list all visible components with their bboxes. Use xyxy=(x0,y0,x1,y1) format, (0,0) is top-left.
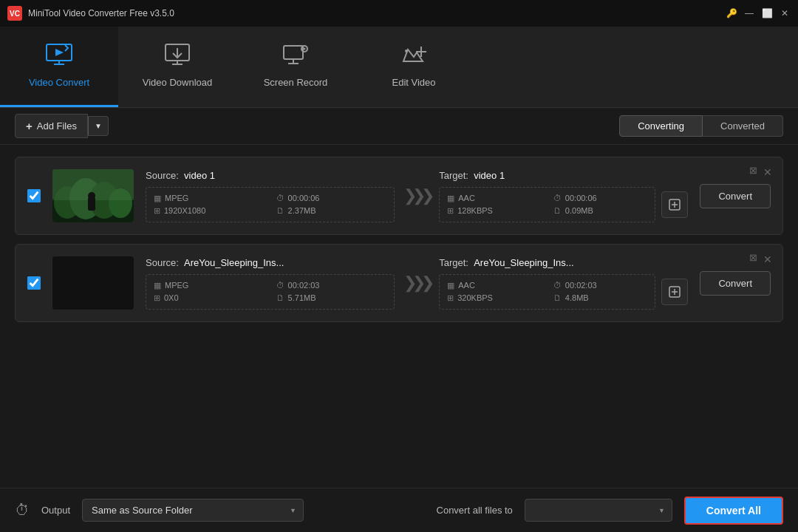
video-convert-icon xyxy=(46,44,72,71)
card-close-btn-2[interactable]: ✕ xyxy=(760,252,775,267)
app-logo: VC xyxy=(7,6,22,21)
convert-all-format-select[interactable] xyxy=(525,499,672,522)
res-icon-1: ⊞ xyxy=(154,206,160,216)
source-duration-2: ⏱ 00:02:03 xyxy=(276,281,387,290)
clock-icon-2: ⏱ xyxy=(276,281,284,290)
edit-video-icon xyxy=(400,44,427,71)
source-format-2: ▦ MPEG xyxy=(154,281,265,290)
t-clock-icon-2: ⏱ xyxy=(553,281,562,290)
file-card-2: ⊠ ✕ Source: AreYou_Sleeping_Ins... ▦ MPE… xyxy=(15,244,783,322)
source-size-1: 🗋 2.37MB xyxy=(276,206,387,216)
target-size-1: 🗋 0.09MB xyxy=(553,206,648,216)
source-meta-2: ▦ MPEG ⏱ 00:02:03 ⊞ 0X0 🗋 5.71MB xyxy=(146,274,395,310)
svg-point-13 xyxy=(405,50,408,52)
tab-edit-video-label: Edit Video xyxy=(392,77,435,88)
screen-record-icon xyxy=(282,44,309,71)
video-download-icon xyxy=(164,44,191,71)
output-folder-select[interactable]: Same as Source Folder xyxy=(82,499,304,522)
source-format-1: ▦ MPEG xyxy=(154,194,265,203)
target-duration-2: ⏱ 00:02:03 xyxy=(553,281,648,290)
tab-screen-record-label: Screen Record xyxy=(264,77,328,88)
nav-tabs: Video Convert Video Download Screen Reco… xyxy=(0,27,798,108)
target-size-2: 🗋 4.8MB xyxy=(553,293,648,303)
format-icon-1: ▦ xyxy=(154,194,161,203)
format-icon-2: ▦ xyxy=(154,281,161,290)
restore-btn[interactable]: ⬜ xyxy=(761,7,773,19)
t-format-icon-1: ▦ xyxy=(447,194,454,203)
target-block-2: Target: AreYou_Sleeping_Ins... ▦ AAC ⏱ 0… xyxy=(439,257,688,310)
target-meta-2: ▦ AAC ⏱ 00:02:03 ⊞ 320KBPS 🗋 xyxy=(439,274,655,310)
content-area: ⊠ ✕ xyxy=(0,145,798,488)
tab-screen-record[interactable]: Screen Record xyxy=(236,27,355,107)
card-edit-icon-2[interactable]: ⊠ xyxy=(749,252,757,263)
output-label: Output xyxy=(41,505,70,516)
file-checkbox-2[interactable] xyxy=(27,276,41,290)
output-clock-icon: ⏱ xyxy=(15,502,30,519)
svg-marker-3 xyxy=(55,49,64,56)
title-bar: VC MiniTool Video Converter Free v3.5.0 … xyxy=(0,0,798,27)
t-size-icon-2: 🗋 xyxy=(553,293,562,302)
source-resolution-1: ⊞ 1920X1080 xyxy=(154,206,265,216)
target-format-1: ▦ AAC xyxy=(447,194,542,203)
arrows-block-1: ❯❯❯ xyxy=(403,186,430,205)
card-close-btn-1[interactable]: ✕ xyxy=(760,165,775,180)
convert-btn-1[interactable]: Convert xyxy=(700,184,771,208)
source-block-1: Source: video 1 ▦ MPEG ⏱ 00:00:06 ⊞ 1920… xyxy=(146,170,395,222)
tab-video-convert[interactable]: Video Convert xyxy=(0,27,118,107)
target-duration-1: ⏱ 00:00:06 xyxy=(553,194,648,203)
target-edit-btn-2[interactable] xyxy=(661,279,688,305)
close-btn[interactable]: ✕ xyxy=(779,7,791,19)
converting-tab[interactable]: Converting xyxy=(619,115,703,137)
svg-point-10 xyxy=(304,48,306,50)
file-thumbnail-1 xyxy=(52,169,134,222)
target-meta-1: ▦ AAC ⏱ 00:00:06 ⊞ 128KBPS 🗋 xyxy=(439,187,655,222)
convert-btn-2[interactable]: Convert xyxy=(700,271,771,296)
source-title-1: Source: video 1 xyxy=(146,170,395,181)
source-block-2: Source: AreYou_Sleeping_Ins... ▦ MPEG ⏱ … xyxy=(146,257,395,310)
target-edit-btn-1[interactable] xyxy=(661,191,688,218)
plus-icon: + xyxy=(26,120,33,132)
source-meta-1: ▦ MPEG ⏱ 00:00:06 ⊞ 1920X1080 🗋 2.37MB xyxy=(146,187,395,222)
res-icon-2: ⊞ xyxy=(154,293,160,303)
size-icon-2: 🗋 xyxy=(276,293,284,302)
card-edit-icon-1[interactable]: ⊠ xyxy=(749,165,757,176)
minimize-btn[interactable]: — xyxy=(743,7,755,19)
svg-point-24 xyxy=(88,192,95,200)
bottom-bar: ⏱ Output Same as Source Folder Convert a… xyxy=(0,488,798,532)
tab-video-download-label: Video Download xyxy=(143,77,212,88)
t-bit-icon-2: ⊞ xyxy=(447,293,454,303)
toolbar: + Add Files ▼ Converting Converted xyxy=(0,108,798,145)
target-title-2: Target: AreYou_Sleeping_Ins... xyxy=(439,257,688,268)
add-files-main-btn[interactable]: + Add Files xyxy=(15,114,88,138)
t-size-icon-1: 🗋 xyxy=(553,206,562,215)
file-info-2: Source: AreYou_Sleeping_Ins... ▦ MPEG ⏱ … xyxy=(146,257,688,310)
target-bitrate-2: ⊞ 320KBPS xyxy=(447,293,542,303)
file-thumbnail-2 xyxy=(52,256,134,310)
source-resolution-2: ⊞ 0X0 xyxy=(154,293,265,303)
target-title-1: Target: video 1 xyxy=(439,170,688,181)
tab-edit-video[interactable]: Edit Video xyxy=(355,27,473,107)
output-select-wrap: Same as Source Folder xyxy=(82,499,304,522)
target-format-2: ▦ AAC xyxy=(447,281,542,290)
t-clock-icon-1: ⏱ xyxy=(553,194,562,202)
target-block-1: Target: video 1 ▦ AAC ⏱ 00:00:06 ⊞ xyxy=(439,170,688,222)
source-title-2: Source: AreYou_Sleeping_Ins... xyxy=(146,257,395,268)
key-btn[interactable]: 🔑 xyxy=(726,7,737,19)
thumb-placeholder-2 xyxy=(52,256,134,310)
source-duration-1: ⏱ 00:00:06 xyxy=(276,194,387,203)
tab-video-download[interactable]: Video Download xyxy=(118,27,236,107)
window-controls: 🔑 — ⬜ ✕ xyxy=(726,7,791,19)
file-card-1: ⊠ ✕ xyxy=(15,157,783,235)
converted-tab[interactable]: Converted xyxy=(703,115,783,137)
t-bit-icon-1: ⊞ xyxy=(447,206,454,216)
file-checkbox-1[interactable] xyxy=(27,189,41,202)
convert-all-button[interactable]: Convert All xyxy=(684,497,783,525)
target-bitrate-1: ⊞ 128KBPS xyxy=(447,206,542,216)
file-info-1: Source: video 1 ▦ MPEG ⏱ 00:00:06 ⊞ 1920… xyxy=(146,170,688,222)
target-meta-wrap-2: ▦ AAC ⏱ 00:02:03 ⊞ 320KBPS 🗋 xyxy=(439,274,688,310)
size-icon-1: 🗋 xyxy=(276,206,284,215)
add-files-dropdown-btn[interactable]: ▼ xyxy=(88,116,109,136)
clock-icon-1: ⏱ xyxy=(276,194,284,202)
app-title: MiniTool Video Converter Free v3.5.0 xyxy=(28,8,726,18)
source-size-2: 🗋 5.71MB xyxy=(276,293,387,303)
